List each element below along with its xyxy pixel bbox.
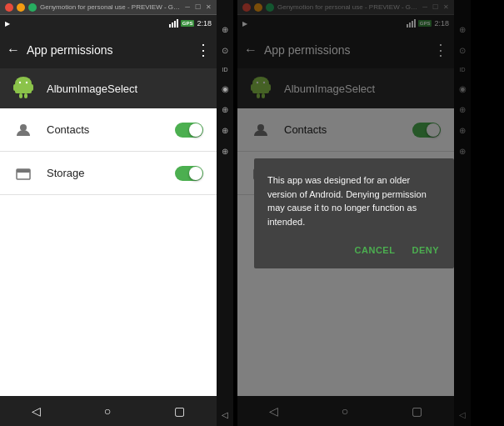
status-bar-left-icons: ▶	[5, 20, 10, 28]
title-bar-left: Genymotion for personal use - PREVIEW - …	[0, 0, 217, 15]
permission-dialog: This app was designed for an older versi…	[254, 158, 454, 268]
contacts-label-left: Contacts	[47, 123, 162, 136]
gps-badge-left: GPS	[181, 20, 195, 27]
time-left: 2:18	[197, 19, 212, 28]
svg-point-10	[20, 124, 27, 131]
permission-contacts-left[interactable]: Contacts	[0, 108, 217, 152]
svg-rect-5	[24, 93, 27, 98]
nav-bar-left: ◁ ○ ▢	[0, 396, 217, 426]
side-icon-5l[interactable]: ⊕	[222, 105, 228, 114]
side-icon-2l[interactable]: ⊙	[222, 46, 228, 55]
tb-red-left	[5, 3, 13, 12]
permission-list-left: Contacts Storage	[0, 108, 217, 396]
side-icon-8l[interactable]: ◁	[222, 410, 228, 419]
storage-toggle-left[interactable]	[175, 166, 203, 181]
tb-green-left	[28, 3, 37, 12]
storage-label-left: Storage	[47, 167, 162, 179]
side-icon-1l[interactable]: ⊕	[222, 25, 228, 34]
android-screen-left: Genymotion for personal use - PREVIEW - …	[0, 0, 217, 426]
deny-button[interactable]: DENY	[410, 242, 441, 258]
recents-btn-left[interactable]: ▢	[174, 404, 185, 418]
status-right-icons-left: GPS 2:18	[169, 19, 212, 28]
permission-storage-left[interactable]: Storage	[0, 152, 217, 195]
sb3	[174, 21, 176, 28]
app-name-left: AlbumImageSelect	[47, 83, 137, 95]
back-arrow-left[interactable]: ←	[7, 43, 20, 58]
storage-toggle-thumb-left	[189, 167, 202, 180]
status-bar-left: ▶ GPS 2:18	[0, 15, 217, 32]
dialog-buttons: CANCEL DENY	[267, 242, 441, 258]
svg-point-7	[26, 82, 27, 83]
sb1	[169, 24, 171, 28]
phone-panel-right: Genymotion for personal use - PREVIEW - …	[237, 0, 471, 426]
side-strip-left: ⊕ ⊙ ID ◉ ⊕ ⊕ ⊕ ◁	[217, 0, 233, 426]
side-icon-4l[interactable]: ◉	[222, 84, 229, 93]
tb-yellow-left	[17, 3, 25, 12]
svg-rect-1	[15, 83, 32, 93]
sb2	[172, 23, 173, 28]
side-icon-3l[interactable]: ID	[222, 67, 228, 73]
side-icon-6l[interactable]: ⊕	[222, 126, 228, 135]
more-icon-left[interactable]: ⋮	[196, 41, 210, 59]
contacts-toggle-left[interactable]	[175, 123, 203, 138]
app-bar-left: ← App permissions ⋮	[0, 32, 217, 68]
svg-rect-4	[19, 93, 22, 98]
side-icon-7l[interactable]: ⊕	[222, 147, 228, 156]
android-logo-left	[10, 75, 37, 102]
app-row-left: AlbumImageSelect	[0, 68, 217, 108]
back-btn-left[interactable]: ◁	[32, 404, 41, 418]
home-btn-left[interactable]: ○	[104, 404, 111, 418]
svg-point-6	[19, 82, 21, 83]
svg-rect-2	[13, 84, 17, 91]
svg-rect-3	[30, 84, 33, 91]
signal-bars-left	[169, 19, 178, 28]
storage-icon-left	[13, 163, 33, 183]
sb4	[177, 19, 178, 28]
min-btn-left[interactable]: ─	[185, 3, 190, 11]
svg-rect-12	[17, 169, 30, 173]
contacts-icon-left	[13, 120, 33, 140]
phone-panel-left: Genymotion for personal use - PREVIEW - …	[0, 0, 233, 426]
app-bar-title-left: App permissions	[27, 43, 196, 57]
max-btn-left[interactable]: ☐	[195, 3, 201, 11]
cancel-button[interactable]: CANCEL	[353, 242, 397, 258]
dialog-message: This app was designed for an older versi…	[267, 173, 441, 228]
contacts-toggle-thumb-left	[189, 123, 202, 137]
signal-icon-left: ▶	[5, 20, 10, 28]
title-bar-title-left: Genymotion for personal use - PREVIEW - …	[40, 3, 180, 11]
close-btn-left[interactable]: ✕	[206, 3, 212, 11]
